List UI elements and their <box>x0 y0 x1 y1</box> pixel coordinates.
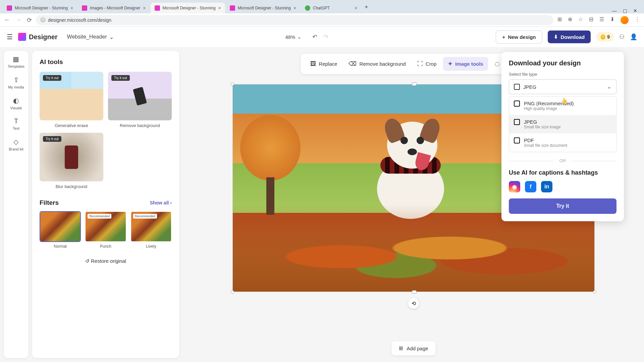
image-toolbar: 🖼Replace ⌫Remove background ⛶Crop ✦Image… <box>301 54 526 74</box>
resize-handle-bl[interactable] <box>231 290 234 294</box>
tool-replace[interactable]: 🖼Replace <box>306 57 342 71</box>
maximize-icon[interactable]: ▢ <box>623 8 627 13</box>
resize-handle-bm[interactable] <box>412 290 417 294</box>
new-tab-button[interactable]: + <box>362 1 371 13</box>
download-button[interactable]: ⬇ Download <box>548 31 591 43</box>
instagram-icon[interactable]: ◉ <box>509 181 520 192</box>
rail-brand-kit[interactable]: ◇Brand kit <box>9 138 23 151</box>
try-it-button[interactable]: Try it <box>509 198 616 214</box>
rail-text[interactable]: TText <box>13 117 19 130</box>
close-window-icon[interactable]: ✕ <box>633 8 637 13</box>
minimize-icon[interactable]: — <box>612 8 617 13</box>
resize-handle-tm[interactable] <box>412 82 417 86</box>
download-icon: ⬇ <box>554 34 558 40</box>
show-all-link[interactable]: Show all › <box>150 200 172 205</box>
ai-thumb: Try it out <box>40 133 103 181</box>
templates-icon: ▦ <box>13 55 19 63</box>
option-png[interactable]: PNG (Recommended)High quality image <box>509 97 616 115</box>
crop-icon: ⛶ <box>417 61 423 67</box>
extensions-icon[interactable]: ⊟ <box>589 16 593 24</box>
brandkit-icon: ◇ <box>13 138 18 146</box>
browser-tab-active[interactable]: Microsoft Designer - Stunning× <box>151 3 225 13</box>
app-logo[interactable]: Designer <box>18 33 58 41</box>
tool-label: Crop <box>426 61 437 67</box>
file-type-dropdown[interactable]: JPEG ⌄ 👆 <box>509 79 616 94</box>
logo-icon <box>18 33 26 41</box>
upload-icon: ⇪ <box>13 76 19 84</box>
option-title: PNG (Recommended) <box>524 101 574 106</box>
credits-badge[interactable]: 🪙 9 <box>596 32 614 42</box>
tool-image-tools[interactable]: ✦Image tools <box>443 57 488 71</box>
ai-card-blur-background[interactable]: Try it out Blur background <box>40 133 103 189</box>
back-icon[interactable]: ← <box>4 16 10 24</box>
profile-avatar[interactable] <box>621 16 629 24</box>
close-icon[interactable]: × <box>143 5 146 11</box>
menu-icon[interactable]: ⋮ <box>635 16 640 24</box>
recommended-badge: Recommended <box>88 214 111 219</box>
redo-icon[interactable]: ↷ <box>323 33 328 41</box>
filter-punch[interactable]: Recommended Punch <box>85 211 126 249</box>
install-icon[interactable]: ⊞ <box>557 16 562 24</box>
download-popover: Download your design Select file type JP… <box>501 52 624 221</box>
favicon-icon <box>155 5 160 11</box>
browser-tab[interactable]: ChatGPT× <box>301 3 361 13</box>
decorative-tree <box>240 115 301 209</box>
replace-icon: 🖼 <box>310 61 316 67</box>
show-all-label: Show all <box>150 200 169 205</box>
browser-tab[interactable]: Microsoft Designer - Stunning× <box>226 3 300 13</box>
rail-my-media[interactable]: ⇪My media <box>8 76 24 89</box>
url-text: designer.microsoft.com/design <box>48 17 111 23</box>
option-sub: Small file size image <box>524 125 560 129</box>
option-pdf[interactable]: PDFSmall file size document <box>509 133 616 152</box>
rail-visuals[interactable]: ◐Visuals <box>10 97 22 110</box>
document-icon <box>514 137 520 143</box>
app-header: ☰ Designer Website_Header ⌄ 48% ⌄ ↶ ↷ + … <box>0 27 644 47</box>
rail-templates[interactable]: ▦Templates <box>8 55 24 68</box>
restore-original-button[interactable]: ↺ Restore original <box>40 255 172 267</box>
app-name: Designer <box>29 33 58 41</box>
filter-lively[interactable]: Recommended Lively <box>130 211 172 249</box>
image-icon <box>514 101 520 107</box>
ai-card-remove-background[interactable]: Try it out Remove background <box>108 72 172 128</box>
forward-icon[interactable]: → <box>15 16 21 24</box>
tool-remove-bg[interactable]: ⌫Remove background <box>344 57 410 71</box>
zoom-icon[interactable]: ⊕ <box>568 16 572 24</box>
site-info-icon[interactable]: ⓘ <box>41 17 45 23</box>
chevron-down-icon: ⌄ <box>297 34 302 40</box>
resize-handle-tl[interactable] <box>231 82 234 86</box>
hamburger-icon[interactable]: ☰ <box>7 33 13 41</box>
undo-icon[interactable]: ↶ <box>312 33 317 41</box>
option-jpeg[interactable]: JPEGSmall file size image <box>509 115 616 133</box>
side-panel: AI tools Try it out Generative erase Try… <box>32 51 179 358</box>
url-input[interactable]: ⓘ designer.microsoft.com/design <box>36 15 553 25</box>
option-sub: Small file size document <box>524 143 567 148</box>
zoom-dropdown[interactable]: 48% ⌄ <box>285 34 302 40</box>
new-design-button[interactable]: + New design <box>496 31 542 44</box>
browser-tab[interactable]: Images - Microsoft Designer× <box>78 3 150 13</box>
tool-label: Image tools <box>455 61 483 67</box>
bookmark-icon[interactable]: ☆ <box>578 16 583 24</box>
close-icon[interactable]: × <box>293 5 296 11</box>
account-icon[interactable]: 👤 <box>630 33 637 41</box>
share-icon[interactable]: ⚇ <box>619 33 625 41</box>
ai-card-generative-erase[interactable]: Try it out Generative erase <box>40 72 103 128</box>
facebook-icon[interactable]: f <box>525 181 536 192</box>
filters-heading: Filters <box>40 199 59 206</box>
close-icon[interactable]: × <box>355 5 357 11</box>
resize-handle-br[interactable] <box>593 290 596 294</box>
close-icon[interactable]: × <box>218 5 221 11</box>
reading-list-icon[interactable]: ☰ <box>599 16 604 24</box>
plus-icon: + <box>502 34 505 40</box>
filter-normal[interactable]: Normal <box>40 211 81 249</box>
rotate-handle[interactable]: ⟲ <box>408 298 419 309</box>
project-name-dropdown[interactable]: Website_Header ⌄ <box>63 32 118 42</box>
reload-icon[interactable]: ⟳ <box>27 16 32 24</box>
linkedin-icon[interactable]: in <box>541 181 552 192</box>
add-page-button[interactable]: ⊞ Add page <box>391 341 435 355</box>
favicon-icon <box>230 5 235 11</box>
tool-crop[interactable]: ⛶Crop <box>413 57 441 71</box>
ai-thumb: Try it out <box>40 72 103 120</box>
close-icon[interactable]: × <box>70 5 73 11</box>
browser-tab[interactable]: Microsoft Designer - Stunning× <box>3 3 77 13</box>
downloads-icon[interactable]: ⬇ <box>610 16 614 24</box>
